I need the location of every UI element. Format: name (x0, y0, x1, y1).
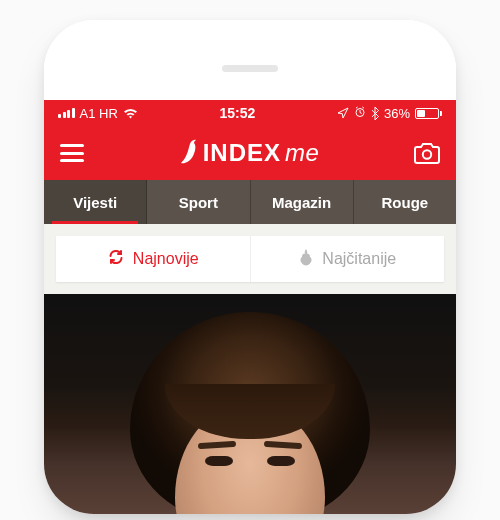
tab-vijesti[interactable]: Vijesti (44, 180, 147, 224)
flame-icon (298, 248, 314, 270)
tab-label: Sport (179, 194, 218, 211)
hero-article-image[interactable] (44, 294, 456, 514)
app-header: INDEXme (44, 126, 456, 180)
subtab-label: Najčitanije (322, 250, 396, 268)
tab-label: Vijesti (73, 194, 117, 211)
phone-speaker (222, 65, 278, 72)
bluetooth-icon (371, 107, 379, 120)
carrier-label: A1 HR (80, 106, 118, 121)
alarm-icon (354, 106, 366, 121)
tab-rouge[interactable]: Rouge (354, 180, 456, 224)
wifi-icon (123, 108, 138, 119)
svg-point-1 (423, 150, 431, 158)
battery-percent: 36% (384, 106, 410, 121)
subtab-mostread[interactable]: Najčitanije (250, 236, 445, 282)
status-right: 36% (337, 106, 442, 121)
signal-icon (58, 108, 75, 118)
brand-word-1: INDEX (203, 139, 281, 167)
phone-bezel (44, 20, 456, 100)
tab-label: Rouge (382, 194, 429, 211)
brand-logo[interactable]: INDEXme (179, 138, 320, 168)
tab-magazin[interactable]: Magazin (251, 180, 354, 224)
status-time: 15:52 (219, 105, 255, 121)
portrait-eye (205, 456, 233, 466)
status-bar: A1 HR 15:52 36% (44, 100, 456, 126)
subtab-row: Najnovije Najčitanije (44, 224, 456, 294)
chili-icon (179, 138, 199, 168)
phone-frame: A1 HR 15:52 36% (44, 20, 456, 514)
brand-word-2: me (285, 139, 319, 167)
subtabs: Najnovije Najčitanije (56, 236, 444, 282)
status-left: A1 HR (58, 106, 138, 121)
menu-icon[interactable] (60, 144, 84, 162)
location-icon (337, 107, 349, 119)
battery-icon (415, 108, 442, 119)
category-tabs: Vijesti Sport Magazin Rouge (44, 180, 456, 224)
camera-icon[interactable] (414, 142, 440, 164)
tab-sport[interactable]: Sport (147, 180, 250, 224)
refresh-icon (107, 248, 125, 270)
portrait-eye (267, 456, 295, 466)
subtab-latest[interactable]: Najnovije (56, 236, 250, 282)
tab-label: Magazin (272, 194, 331, 211)
subtab-label: Najnovije (133, 250, 199, 268)
